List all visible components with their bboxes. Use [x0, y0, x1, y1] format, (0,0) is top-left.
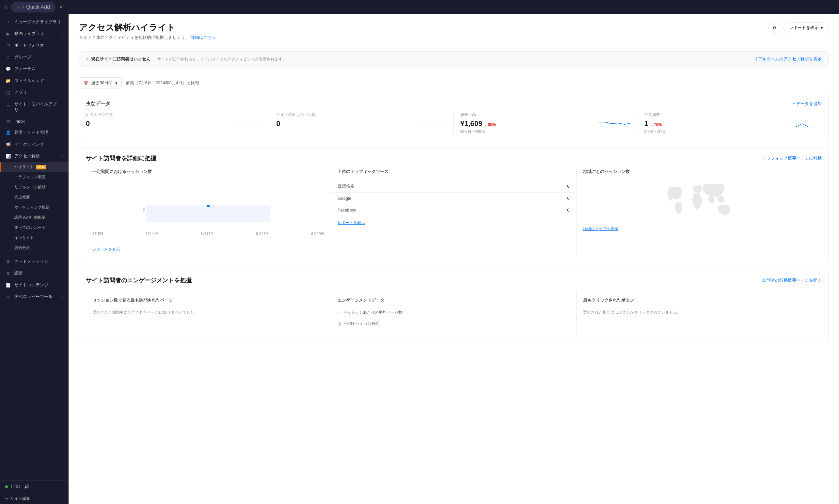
- chart-label-4: 8月29日: [311, 231, 324, 236]
- traffic-source-name-0: 直接検索: [338, 183, 355, 189]
- sidebar-item-forum[interactable]: 💬 フォーラム ›: [0, 63, 69, 75]
- sidebar-item-music-library[interactable]: ♪ ミュージックライブラリ: [0, 16, 69, 28]
- metric-data-0: 0: [86, 120, 227, 129]
- sidebar-item-file-share[interactable]: 📁 ファイルシェア: [0, 75, 69, 87]
- highlight-label: ハイライト: [14, 164, 34, 170]
- sidebar-item-site-content[interactable]: 📄 サイトコンテンツ ›: [0, 279, 69, 291]
- dropdown-chevron-icon: ▾: [115, 80, 118, 86]
- metric-sub-3: 0今日 • 0昨日: [644, 129, 780, 134]
- sidebar-item-developer-tools[interactable]: ◇ デベロッパーツール ›: [0, 291, 69, 303]
- time-display: 12:04: [11, 484, 20, 489]
- svg-text:0: 0: [143, 208, 145, 212]
- sidebar-sub-highlight[interactable]: ハイライト NEW: [0, 162, 69, 172]
- visitor-section-header: サイト訪問者を詳細に把握 トラフィック概要ページに移動: [86, 155, 822, 162]
- sidebar-item-video-library[interactable]: ▶ 動画ライブラリ ›: [0, 28, 69, 39]
- quick-add-button[interactable]: + + Quick Add: [11, 2, 55, 13]
- automation-icon: ⚙: [5, 259, 11, 264]
- engagement-link[interactable]: 訪問者の行動概要ページを開く: [762, 277, 822, 283]
- traffic-report-link[interactable]: レポートを表示: [331, 216, 576, 230]
- engagement-row-1: ◷ 平均セッション時間 —: [338, 318, 569, 329]
- map-detail-link[interactable]: 詳細なマップを表示: [576, 222, 822, 236]
- engagement-row-value-1: —: [566, 322, 570, 326]
- top-bar: ☆ + + Quick Add ×: [0, 0, 839, 14]
- sidebar-label-portfolio: ポートフォリオ: [14, 42, 59, 48]
- metric-change-2: ↓ 80%: [485, 122, 496, 127]
- edit-site-button[interactable]: ✏ サイト編集: [0, 493, 69, 504]
- traffic-overview-link[interactable]: トラフィック概要ページに移動: [762, 156, 822, 161]
- banner-description: サイトが訪問されると、リアルタイムのアクティビティが表示されます。: [157, 56, 286, 62]
- sidebar-item-marketing[interactable]: 📢 マーケティング ›: [0, 139, 69, 150]
- chevron-icon: ›: [63, 32, 63, 36]
- metric-data-1: 0: [276, 120, 411, 129]
- realtime-analytics-link[interactable]: リアルタイムのアクセス解析を表示: [754, 56, 822, 62]
- map-placeholder: [583, 180, 815, 222]
- sidebar-item-settings[interactable]: ⚙ 設定: [0, 267, 69, 279]
- sidebar-item-site-mobile[interactable]: 📱 サイト・モバイルアプリ ›: [0, 98, 69, 116]
- sidebar-sub-insights[interactable]: インサイト: [0, 233, 69, 243]
- sidebar-label-music: ミュージックライブラリ: [14, 19, 63, 25]
- sidebar-sub-all-reports[interactable]: すべてのレポート: [0, 222, 69, 233]
- main-data-card: 主なデータ + データを追加 レストラン注文 0: [79, 94, 828, 141]
- traffic-source-1: Google 0: [331, 193, 576, 204]
- pencil-icon: ✏: [5, 497, 8, 501]
- quick-add-label: + Quick Add: [21, 4, 50, 10]
- plus-icon: +: [17, 4, 20, 10]
- chevron-icon: ›: [63, 131, 63, 134]
- date-period-label: 過去30日間: [91, 80, 113, 86]
- most-clicked-title: 最もクリックされたボタン: [583, 298, 815, 303]
- traffic-source-name-2: Facebook: [338, 208, 356, 213]
- pages-icon: □: [338, 310, 340, 315]
- settings-icon: ⚙: [5, 271, 11, 276]
- settings-button[interactable]: ⚙: [768, 22, 780, 34]
- chart-area: 0 8月5日: [86, 180, 331, 243]
- metric-value-0: 0: [86, 120, 227, 128]
- sidebar-item-analytics[interactable]: 📊 アクセス解析 ▾: [0, 150, 69, 162]
- mobile-icon: 📱: [5, 105, 11, 110]
- sidebar-sub-traffic-overview[interactable]: トラフィック概要: [0, 172, 69, 182]
- svg-rect-4: [146, 206, 270, 222]
- chart-report-link[interactable]: レポートを表示: [86, 243, 331, 256]
- groups-icon: ○: [5, 55, 11, 60]
- sidebar-item-groups[interactable]: ○ グループ: [0, 51, 69, 63]
- main-layout: ♪ ミュージックライブラリ ▶ 動画ライブラリ › ◻ ポートフォリオ › ○ …: [0, 14, 839, 504]
- chart-label-0: 8月5日: [92, 231, 104, 236]
- visitor-section-title: サイト訪問者を詳細に把握: [86, 155, 156, 162]
- metric-value-3: 1 ↓ 75%: [644, 120, 780, 128]
- add-data-link[interactable]: + データを追加: [793, 101, 822, 107]
- all-reports-label: すべてのレポート: [14, 225, 46, 231]
- metric-label-3: 注文総数: [644, 112, 816, 118]
- sidebar-sub-competitive[interactable]: 競合分析: [0, 243, 69, 253]
- sidebar-sub-visitor-behavior[interactable]: 訪問者の行動概要: [0, 213, 69, 222]
- visitor-behavior-label: 訪問者の行動概要: [14, 215, 46, 220]
- sidebar-item-portfolio[interactable]: ◻ ポートフォリオ ›: [0, 39, 69, 51]
- header-actions: ⚙ レポートを表示 ▾: [768, 22, 828, 34]
- sidebar-item-apps[interactable]: ⬚ アプリ ›: [0, 87, 69, 98]
- visitor-status: 現在サイトに訪問者はいません: [86, 56, 150, 62]
- sidebar-sub-sales-overview[interactable]: 売上概要: [0, 192, 69, 202]
- engagement-grid: セッション数で見る最も訪問されたページ 選択された期間中に訪問されたページはあり…: [86, 291, 822, 336]
- sidebar-label-site-mobile: サイト・モバイルアプリ: [14, 101, 59, 113]
- sidebar-item-inbox[interactable]: ✉ Inbox: [0, 116, 69, 127]
- map-area: [576, 180, 822, 222]
- sidebar-label-developer: デベロッパーツール: [14, 294, 59, 300]
- subtitle-link[interactable]: 詳細はこちら: [191, 35, 216, 40]
- sidebar-item-automation[interactable]: ⚙ オートメーション: [0, 256, 69, 267]
- traffic-grid: 一定期間におけるセッション数 0: [86, 169, 822, 256]
- most-clicked-col: 最もクリックされたボタン 選択された期間にはボタンがクリックされていません。: [576, 291, 822, 336]
- visitor-section-card: サイト訪問者を詳細に把握 トラフィック概要ページに移動 一定期間におけるセッショ…: [79, 147, 828, 263]
- sales-overview-label: 売上概要: [14, 195, 30, 200]
- close-icon[interactable]: ×: [59, 4, 63, 10]
- volume-icon: 🔊: [24, 484, 29, 489]
- traffic-overview-label: トラフィック概要: [14, 174, 46, 180]
- show-report-button[interactable]: レポートを表示 ▾: [784, 22, 828, 33]
- sidebar-sub-marketing-overview[interactable]: マーケティング概要: [0, 202, 69, 213]
- metric-label-0: レストラン注文: [86, 112, 263, 118]
- date-picker-button[interactable]: 📅 過去30日間 ▾: [79, 77, 122, 88]
- sidebar-label-crm: 顧客・リード管理: [14, 130, 59, 136]
- chevron-icon: ›: [63, 295, 63, 299]
- chevron-icon: ›: [63, 283, 63, 287]
- banner-left: 現在サイトに訪問者はいません サイトが訪問されると、リアルタイムのアクティビティ…: [86, 56, 286, 62]
- sidebar-sub-realtime[interactable]: リアルタイム解析: [0, 182, 69, 192]
- sidebar-item-crm[interactable]: 👤 顧客・リード管理 ›: [0, 127, 69, 139]
- metric-restaurant-orders: レストラン注文 0: [86, 112, 270, 134]
